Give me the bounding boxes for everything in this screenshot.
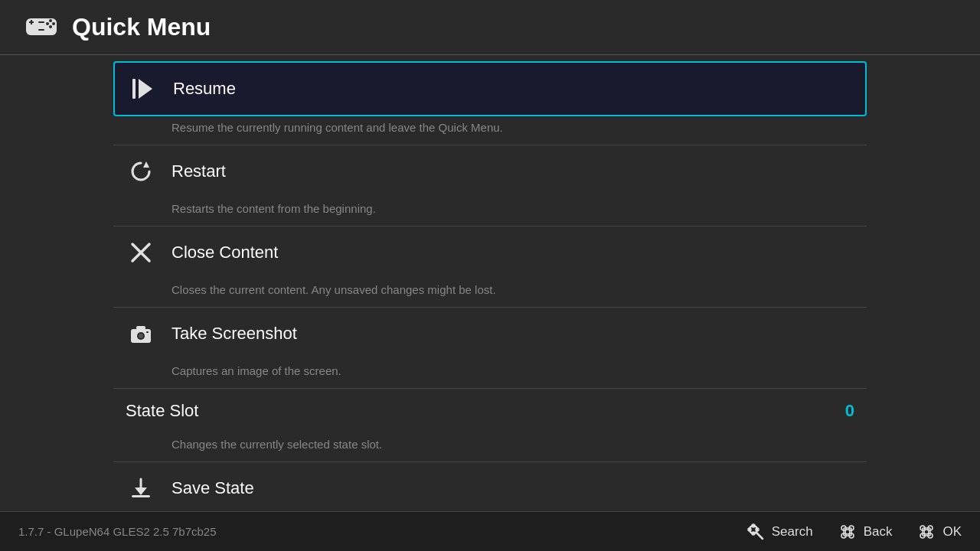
resume-label: Resume	[173, 79, 236, 99]
svg-point-32	[845, 530, 850, 534]
ok-label: OK	[942, 524, 962, 540]
footer-buttons: Search Back	[746, 522, 962, 542]
svg-rect-21	[132, 495, 150, 497]
svg-point-5	[46, 22, 49, 25]
version-text: 1.7.7 - GLupeN64 GLES2 2.5 7b7cb25	[18, 525, 217, 538]
state-slot-value: 0	[845, 401, 854, 421]
svg-rect-9	[132, 79, 136, 99]
svg-point-17	[139, 334, 143, 338]
download-icon	[126, 473, 156, 504]
svg-point-4	[52, 22, 55, 25]
header: Quick Menu	[0, 0, 980, 55]
menu-item-resume[interactable]: Resume Resume the currently running cont…	[113, 61, 867, 145]
search-button[interactable]: Search	[746, 522, 813, 542]
menu-item-restart[interactable]: Restart Restarts the content from the be…	[113, 145, 867, 227]
footer: 1.7.7 - GLupeN64 GLES2 2.5 7b7cb25 Searc…	[0, 511, 980, 551]
svg-rect-7	[38, 21, 44, 23]
page-title: Quick Menu	[72, 13, 211, 41]
menu-list: Resume Resume the currently running cont…	[0, 55, 980, 515]
close-icon	[126, 237, 156, 268]
ok-icon	[916, 522, 936, 542]
save-state-label: Save State	[172, 478, 254, 498]
back-button[interactable]: Back	[838, 522, 893, 542]
restart-icon	[126, 156, 156, 187]
search-icon	[746, 522, 766, 542]
menu-item-save-state[interactable]: Save State	[113, 462, 867, 515]
play-icon	[127, 73, 158, 104]
camera-icon	[126, 318, 156, 349]
menu-item-screenshot[interactable]: Take Screenshot Captures an image of the…	[113, 308, 867, 389]
svg-rect-15	[136, 326, 145, 330]
app-icon	[23, 8, 60, 47]
svg-point-3	[49, 19, 52, 22]
svg-rect-2	[31, 20, 32, 24]
screenshot-label: Take Screenshot	[172, 324, 297, 344]
svg-marker-11	[143, 161, 149, 168]
svg-marker-10	[139, 79, 152, 99]
state-slot-label: State Slot	[126, 401, 198, 421]
svg-rect-8	[38, 29, 44, 31]
back-icon	[838, 522, 858, 542]
svg-marker-20	[135, 487, 147, 495]
svg-point-6	[49, 25, 52, 28]
ok-button[interactable]: OK	[916, 522, 962, 542]
menu-item-close-content[interactable]: Close Content Closes the current content…	[113, 227, 867, 308]
svg-line-23	[756, 533, 763, 539]
close-content-label: Close Content	[172, 243, 278, 262]
screenshot-description: Captures an image of the screen.	[113, 360, 867, 388]
menu-item-state-slot[interactable]: State Slot 0 Changes the currently selec…	[113, 389, 867, 462]
search-label: Search	[772, 524, 813, 540]
svg-point-41	[924, 530, 929, 534]
restart-description: Restarts the content from the beginning.	[113, 197, 867, 226]
svg-rect-18	[146, 331, 149, 333]
state-slot-description: Changes the currently selected state slo…	[113, 433, 867, 461]
restart-label: Restart	[172, 161, 226, 181]
close-content-description: Closes the current content. Any unsaved …	[113, 279, 867, 307]
resume-description: Resume the currently running content and…	[113, 116, 867, 145]
back-label: Back	[864, 524, 893, 540]
